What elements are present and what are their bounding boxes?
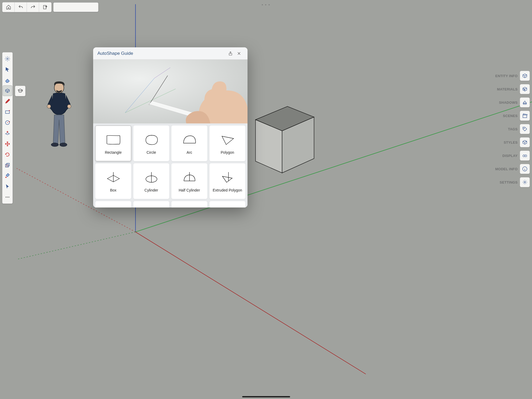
panel-label: DISPLAY bbox=[502, 154, 518, 158]
shape-rectangle[interactable]: Rectangle bbox=[95, 126, 131, 161]
panel-entity-info[interactable]: ENTITY INFO bbox=[495, 71, 530, 81]
panel-label: STYLES bbox=[504, 140, 518, 144]
export-button[interactable] bbox=[39, 2, 51, 12]
tool-autoshape[interactable] bbox=[3, 85, 12, 96]
top-drag-handle-icon: • • • bbox=[262, 3, 270, 7]
panel-settings[interactable]: SETTINGS bbox=[495, 177, 530, 187]
svg-point-28 bbox=[523, 155, 525, 157]
tool-move[interactable] bbox=[3, 139, 12, 149]
home-button[interactable] bbox=[2, 2, 15, 12]
panel-materials[interactable]: MATERIALS bbox=[495, 84, 530, 94]
shape-row3-1[interactable] bbox=[95, 201, 131, 207]
glasses-icon bbox=[520, 151, 530, 161]
svg-point-27 bbox=[524, 128, 525, 129]
tool-paint[interactable] bbox=[3, 171, 12, 181]
shadows-icon bbox=[520, 97, 530, 107]
svg-point-24 bbox=[9, 197, 9, 197]
home-indicator bbox=[242, 396, 290, 397]
svg-rect-14 bbox=[6, 111, 10, 113]
shape-label: Half Cylinder bbox=[179, 188, 200, 192]
shape-label: Cylinder bbox=[145, 188, 158, 192]
tool-settings[interactable] bbox=[3, 53, 12, 64]
tool-more[interactable] bbox=[3, 192, 12, 202]
panel-tags[interactable]: TAGS bbox=[495, 124, 530, 134]
panel-display[interactable]: DISPLAY bbox=[495, 151, 530, 161]
inspector-panels: ENTITY INFO MATERIALS SHADOWS SCENES TAG… bbox=[495, 71, 530, 187]
model-cube bbox=[248, 101, 317, 176]
shape-box[interactable]: Box bbox=[95, 163, 131, 199]
shape-row3-3[interactable] bbox=[171, 201, 207, 207]
tool-pushpull[interactable] bbox=[3, 128, 12, 139]
shape-label: Polygon bbox=[221, 150, 234, 155]
tool-select[interactable] bbox=[3, 64, 12, 75]
scale-figure bbox=[43, 80, 75, 149]
svg-point-22 bbox=[6, 197, 6, 197]
svg-line-4 bbox=[17, 232, 135, 259]
svg-point-21 bbox=[5, 177, 7, 178]
redo-button[interactable] bbox=[27, 2, 39, 12]
shape-polygon[interactable]: Polygon bbox=[209, 126, 245, 161]
svg-point-17 bbox=[7, 122, 8, 123]
shape-half-cylinder[interactable]: Half Cylinder bbox=[171, 163, 207, 199]
shape-row3-2[interactable] bbox=[133, 201, 169, 207]
panel-scenes[interactable]: SCENES bbox=[495, 111, 530, 121]
panel-label: MATERIALS bbox=[497, 87, 518, 91]
svg-point-29 bbox=[525, 155, 527, 157]
svg-point-31 bbox=[524, 181, 526, 183]
viewport-3d[interactable] bbox=[0, 0, 532, 399]
tag-icon bbox=[520, 124, 530, 134]
shape-extruded-polygon[interactable]: Extruded Polygon bbox=[209, 163, 245, 199]
tool-circle[interactable] bbox=[3, 117, 12, 128]
tool-eraser[interactable] bbox=[3, 75, 12, 85]
shape-cylinder[interactable]: Cylinder bbox=[133, 163, 169, 199]
shape-row3-4[interactable] bbox=[209, 201, 245, 207]
gear-icon bbox=[520, 177, 530, 187]
svg-rect-19 bbox=[6, 164, 9, 167]
svg-line-2 bbox=[135, 232, 366, 374]
modal-title: AutoShape Guide bbox=[97, 51, 226, 56]
svg-point-18 bbox=[9, 121, 10, 122]
search-box[interactable] bbox=[53, 2, 98, 12]
panel-label: ENTITY INFO bbox=[495, 74, 518, 78]
learn-flyout-button[interactable] bbox=[15, 86, 26, 96]
tool-rectangle[interactable] bbox=[3, 107, 12, 117]
shape-label: Circle bbox=[147, 150, 156, 155]
autoshape-guide-modal: AutoShape Guide bbox=[93, 47, 248, 207]
info-icon bbox=[520, 164, 530, 174]
shape-arc[interactable]: Arc bbox=[171, 126, 207, 161]
svg-point-23 bbox=[7, 197, 8, 197]
tool-pointer[interactable] bbox=[3, 181, 12, 192]
panel-label: SETTINGS bbox=[500, 180, 518, 184]
svg-point-13 bbox=[7, 58, 8, 60]
svg-point-8 bbox=[51, 143, 59, 147]
modal-header: AutoShape Guide bbox=[93, 47, 248, 60]
shape-label: Box bbox=[110, 188, 116, 192]
svg-rect-26 bbox=[523, 115, 527, 118]
clapboard-icon bbox=[520, 111, 530, 121]
shape-label: Rectangle bbox=[105, 150, 122, 155]
top-toolbar bbox=[2, 2, 52, 12]
tool-pencil[interactable] bbox=[3, 96, 12, 107]
panel-styles[interactable]: STYLES bbox=[495, 137, 530, 147]
tool-scale[interactable] bbox=[3, 160, 12, 171]
shape-circle[interactable]: Circle bbox=[133, 126, 169, 161]
panel-label: MODEL INFO bbox=[495, 167, 518, 171]
tool-palette bbox=[2, 52, 13, 204]
panel-shadows[interactable]: SHADOWS bbox=[495, 97, 530, 107]
close-button[interactable] bbox=[235, 49, 243, 58]
svg-point-25 bbox=[523, 103, 527, 105]
cube-style-icon bbox=[520, 137, 530, 147]
svg-point-9 bbox=[60, 143, 67, 147]
svg-point-15 bbox=[9, 110, 10, 111]
svg-point-6 bbox=[47, 105, 51, 108]
panel-model-info[interactable]: MODEL INFO bbox=[495, 164, 530, 174]
shape-label: Extruded Polygon bbox=[213, 188, 242, 192]
undo-button[interactable] bbox=[15, 2, 27, 12]
panel-label: TAGS bbox=[508, 127, 518, 131]
tool-rotate[interactable] bbox=[3, 149, 12, 160]
share-button[interactable] bbox=[226, 49, 235, 58]
svg-point-7 bbox=[67, 105, 71, 108]
panel-label: SHADOWS bbox=[499, 101, 518, 105]
shape-grid: Rectangle Circle Arc Polygon Box Cylinde… bbox=[93, 123, 248, 207]
panel-label: SCENES bbox=[503, 114, 518, 118]
